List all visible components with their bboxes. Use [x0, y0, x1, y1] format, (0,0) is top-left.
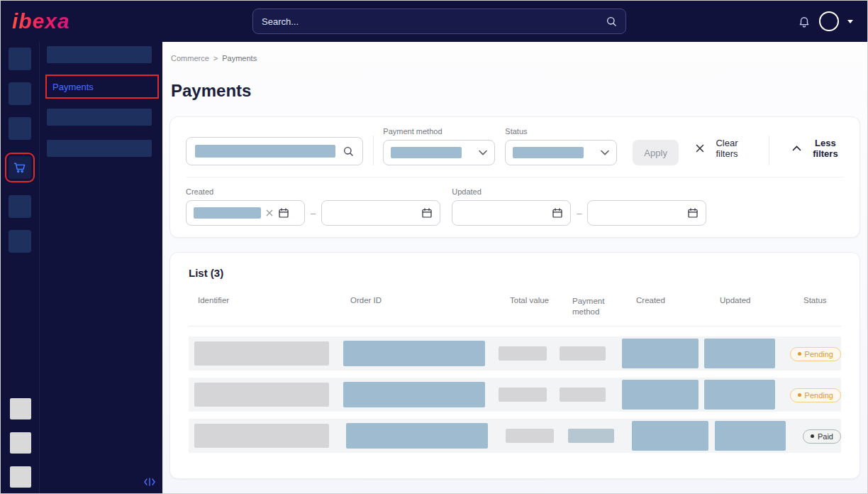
payment-method-select[interactable] — [383, 140, 495, 165]
column-header-status[interactable]: Status — [794, 296, 841, 304]
rail-bottom — [1, 398, 40, 488]
submenu-item-payments[interactable]: Payments — [48, 77, 156, 96]
list-title: List (3) — [189, 267, 841, 279]
created-placeholder — [622, 380, 699, 410]
chevron-down-icon — [601, 150, 609, 155]
filter-search-input[interactable] — [186, 137, 363, 165]
status-badge: Paid — [803, 429, 841, 444]
created-from-input[interactable] — [186, 200, 305, 226]
rail-bottom-item-2[interactable] — [10, 432, 31, 454]
submenu-item-3[interactable] — [47, 109, 152, 126]
collapse-sidebar-button[interactable] — [144, 476, 155, 489]
user-avatar[interactable] — [819, 11, 839, 31]
status-badge: Pending — [790, 347, 841, 361]
table-row[interactable]: Pending — [189, 336, 841, 370]
created-range: – — [186, 200, 440, 226]
rail-item-6[interactable] — [9, 230, 31, 253]
search-icon — [606, 16, 617, 27]
column-header-payment-method[interactable]: Payment method — [563, 296, 627, 317]
column-header-total-value[interactable]: Total value — [501, 296, 563, 304]
created-placeholder — [632, 421, 708, 451]
clear-date-icon[interactable] — [266, 209, 273, 216]
filter-search-icon — [343, 146, 354, 157]
topbar-right — [798, 11, 856, 31]
apply-button[interactable]: Apply — [633, 140, 679, 165]
avatar-caret-icon[interactable] — [847, 20, 853, 23]
created-range-field: Created – — [186, 187, 440, 226]
payment-method-placeholder — [560, 388, 606, 402]
breadcrumb-item-commerce[interactable]: Commerce — [171, 54, 209, 62]
chevron-down-icon — [479, 150, 487, 155]
clear-filters-button[interactable]: Clear filters — [696, 138, 745, 159]
rail-item-3[interactable] — [9, 117, 31, 140]
clear-icon — [696, 144, 704, 153]
updated-placeholder — [715, 421, 786, 451]
calendar-icon[interactable] — [278, 207, 289, 219]
status-dot-icon — [798, 393, 801, 397]
order-id-placeholder — [346, 423, 488, 449]
main-content: Commerce > Payments Payments — [162, 42, 867, 493]
less-filters-label: Less filters — [807, 138, 844, 159]
column-header-payment-method-label: Payment method — [572, 296, 612, 317]
notification-bell-icon[interactable] — [798, 15, 811, 28]
status-label: Paid — [818, 432, 833, 441]
payment-method-field: Payment method — [383, 127, 495, 165]
updated-range-field: Updated – — [452, 187, 706, 226]
breadcrumb-separator: > — [213, 54, 218, 62]
column-header-created[interactable]: Created — [627, 296, 711, 304]
global-search[interactable] — [252, 9, 626, 34]
updated-to-input[interactable] — [587, 200, 706, 226]
status-badge: Pending — [790, 388, 841, 402]
created-from-placeholder — [194, 207, 261, 219]
calendar-icon[interactable] — [687, 207, 699, 219]
updated-from-input[interactable] — [452, 200, 571, 226]
less-filters-button[interactable]: Less filters — [792, 138, 844, 159]
calendar-icon[interactable] — [552, 207, 563, 219]
status-dot-icon — [798, 352, 801, 356]
calendar-icon[interactable] — [421, 207, 433, 219]
filter-search-placeholder — [195, 145, 335, 158]
submenu-panel: Payments — [40, 42, 162, 493]
filters-row-1: Payment method Status — [186, 127, 844, 165]
submenu-item-4[interactable] — [47, 140, 152, 157]
table-header: Identifier Order ID Total value Payment … — [189, 296, 841, 326]
status-select[interactable] — [505, 140, 617, 165]
status-label: Pending — [805, 350, 833, 358]
created-to-input[interactable] — [321, 200, 440, 226]
column-header-identifier[interactable]: Identifier — [189, 296, 341, 304]
status-dot-icon — [811, 434, 814, 438]
filters-row-2: Created – — [186, 177, 844, 226]
table-row[interactable]: Pending — [189, 378, 841, 412]
ibexa-logo: ibexa — [12, 11, 70, 32]
rail-top — [1, 42, 39, 265]
icon-rail — [1, 42, 40, 493]
updated-placeholder — [704, 380, 775, 410]
breadcrumb: Commerce > Payments — [171, 54, 860, 62]
list-card: List (3) Identifier Order ID Total value… — [169, 252, 860, 479]
rail-item-commerce[interactable] — [9, 156, 31, 179]
clear-filters-label: Clear filters — [709, 138, 745, 159]
rail-item-5[interactable] — [9, 195, 31, 218]
status-field: Status — [505, 127, 617, 165]
global-search-input[interactable] — [262, 16, 606, 27]
submenu-item-1[interactable] — [47, 46, 152, 63]
identifier-placeholder — [194, 341, 329, 366]
order-id-placeholder — [343, 341, 485, 366]
total-value-placeholder — [506, 429, 554, 443]
filters-card: Payment method Status — [169, 116, 860, 238]
rail-item-1[interactable] — [9, 48, 31, 70]
rail-bottom-item-3[interactable] — [10, 466, 31, 488]
filter-divider — [373, 136, 374, 165]
rail-item-2[interactable] — [9, 82, 31, 105]
column-header-order-id[interactable]: Order ID — [341, 296, 501, 304]
chevron-up-icon — [792, 146, 801, 151]
created-placeholder — [622, 339, 699, 368]
breadcrumb-item-payments[interactable]: Payments — [222, 54, 257, 62]
column-header-updated[interactable]: Updated — [711, 296, 794, 304]
status-label: Status — [505, 127, 617, 136]
total-value-placeholder — [499, 388, 547, 402]
collapse-icon — [144, 478, 155, 486]
payment-method-placeholder — [560, 346, 606, 361]
rail-bottom-item-1[interactable] — [10, 398, 31, 419]
table-row[interactable]: Paid — [189, 419, 841, 453]
